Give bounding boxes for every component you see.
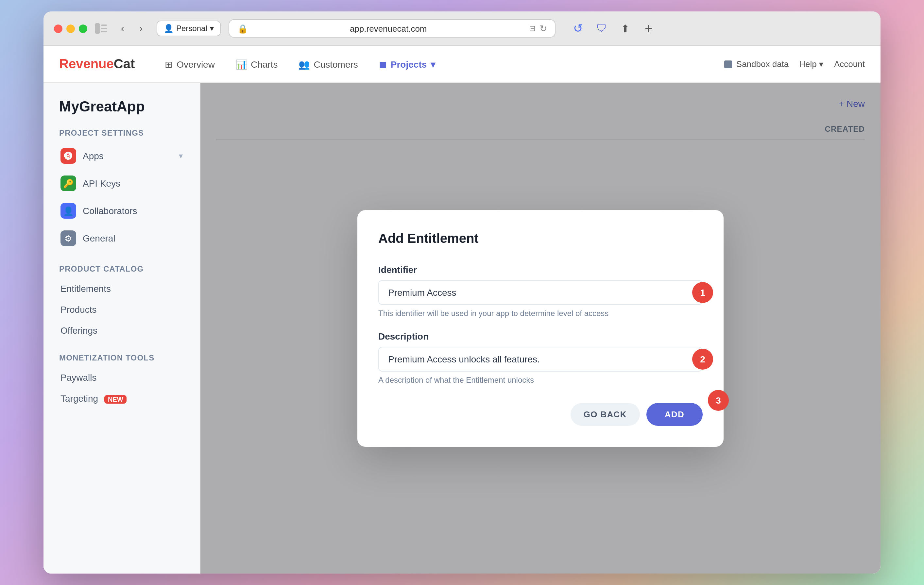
- profile-icon: 👤: [164, 24, 173, 33]
- svg-rect-1: [101, 25, 107, 26]
- nav-overview-label: Overview: [177, 59, 215, 69]
- revenueCat-extension[interactable]: ↺: [569, 19, 587, 38]
- main-layout: MyGreatApp Project settings 🅐 Apps ▾ 🔑 A…: [43, 83, 881, 573]
- nav-overview[interactable]: ⊞ Overview: [156, 54, 224, 74]
- nav-items: ⊞ Overview 📊 Charts 👥 Customers ◼ Projec…: [156, 54, 724, 74]
- maximize-button[interactable]: [79, 24, 87, 33]
- sidebar-item-entitlements[interactable]: Entitlements: [54, 279, 189, 298]
- shield-icon[interactable]: 🛡: [592, 19, 611, 38]
- description-label: Description: [378, 331, 703, 341]
- nav-arrows: ‹ ›: [115, 21, 149, 36]
- identifier-hint: This identifier will be used in your app…: [378, 308, 703, 318]
- nav-customers[interactable]: 👥 Customers: [289, 54, 367, 74]
- nav-projects-label: Projects: [391, 59, 427, 69]
- chevron-down-icon: ▾: [210, 24, 214, 33]
- forward-arrow[interactable]: ›: [133, 21, 149, 36]
- share-icon[interactable]: ⬆: [616, 19, 634, 38]
- description-input[interactable]: [378, 346, 703, 371]
- identifier-label: Identifier: [378, 264, 703, 275]
- browser-actions: ↺ 🛡 ⬆ +: [569, 19, 658, 38]
- app-content: RevenueCat ⊞ Overview 📊 Charts 👥 Custome…: [43, 46, 881, 573]
- address-bar[interactable]: 🔒 app.revenuecat.com ⊟ ↻: [229, 19, 556, 38]
- modal-footer: GO BACK ADD 3: [378, 403, 703, 425]
- sidebar-item-offerings[interactable]: Offerings: [54, 321, 189, 340]
- apps-label: Apps: [83, 151, 104, 161]
- back-arrow[interactable]: ‹: [115, 21, 130, 36]
- collaborators-label: Collaborators: [83, 206, 137, 216]
- identifier-input-wrapper: 1: [378, 280, 703, 305]
- general-label: General: [83, 233, 116, 244]
- help-button[interactable]: Help ▾: [799, 59, 823, 69]
- profile-button[interactable]: 👤 Personal ▾: [157, 21, 221, 36]
- sandbox-dot: [724, 60, 733, 68]
- go-back-button[interactable]: GO BACK: [571, 403, 640, 425]
- projects-chevron: ▾: [431, 59, 435, 69]
- sidebar-item-api-keys[interactable]: 🔑 API Keys: [54, 170, 189, 196]
- account-button[interactable]: Account: [834, 59, 865, 69]
- api-keys-icon: 🔑: [61, 176, 76, 191]
- sidebar-item-apps[interactable]: 🅐 Apps ▾: [54, 143, 189, 169]
- sidebar-item-collaborators[interactable]: 👤 Collaborators: [54, 198, 189, 224]
- add-button[interactable]: ADD: [647, 403, 703, 425]
- minimize-button[interactable]: [66, 24, 75, 33]
- nav-projects[interactable]: ◼ Projects ▾: [370, 54, 445, 74]
- description-group: Description 2 A description of what the …: [378, 331, 703, 384]
- browser-titlebar: ‹ › 👤 Personal ▾ 🔒 app.revenuecat.com ⊟ …: [43, 12, 881, 46]
- reload-icon[interactable]: ↻: [540, 23, 547, 34]
- monetization-section: Monetization tools: [54, 353, 189, 363]
- nav-customers-label: Customers: [314, 59, 358, 69]
- svg-rect-3: [101, 31, 107, 32]
- step-1-badge: 1: [692, 282, 713, 303]
- traffic-lights: [54, 24, 87, 33]
- sidebar-toggle[interactable]: [95, 23, 107, 34]
- sandbox-badge[interactable]: Sandbox data: [724, 59, 789, 69]
- identifier-input[interactable]: [378, 280, 703, 305]
- description-input-wrapper: 2: [378, 346, 703, 371]
- lock-icon: 🔒: [238, 23, 248, 33]
- collaborators-icon: 👤: [61, 203, 76, 219]
- sidebar-item-paywalls[interactable]: Paywalls: [54, 367, 189, 387]
- profile-label: Personal: [176, 24, 207, 33]
- new-tab-button[interactable]: +: [640, 19, 658, 38]
- project-settings-section: Project settings: [54, 129, 189, 138]
- logo-revenue: Revenue: [59, 56, 114, 71]
- add-entitlement-modal: Add Entitlement Identifier 1 This identi…: [357, 210, 724, 447]
- top-nav: RevenueCat ⊞ Overview 📊 Charts 👥 Custome…: [43, 46, 881, 83]
- nav-charts[interactable]: 📊 Charts: [226, 54, 287, 74]
- identifier-group: Identifier 1 This identifier will be use…: [378, 264, 703, 318]
- apps-icon: 🅐: [61, 148, 76, 164]
- sidebar-item-targeting[interactable]: Targeting NEW: [54, 389, 189, 408]
- page-title: MyGreatApp: [54, 98, 189, 115]
- description-hint: A description of what the Entitlement un…: [378, 375, 703, 384]
- projects-icon: ◼: [379, 59, 387, 69]
- api-keys-label: API Keys: [83, 178, 120, 189]
- main-content: + New Created Add Entitlement Identifier: [200, 83, 881, 573]
- targeting-new-badge: NEW: [105, 395, 127, 404]
- svg-rect-0: [95, 23, 100, 34]
- nav-right: Sandbox data Help ▾ Account: [724, 59, 865, 69]
- close-button[interactable]: [54, 24, 63, 33]
- apps-chevron-icon: ▾: [179, 151, 183, 160]
- charts-icon: 📊: [236, 59, 247, 69]
- sandbox-label: Sandbox data: [736, 59, 789, 69]
- overview-icon: ⊞: [165, 59, 173, 69]
- product-catalog-section: Product catalog: [54, 264, 189, 274]
- logo[interactable]: RevenueCat: [59, 56, 135, 72]
- general-icon: ⚙: [61, 231, 76, 246]
- svg-rect-2: [101, 28, 107, 29]
- modal-title: Add Entitlement: [378, 231, 703, 246]
- nav-charts-label: Charts: [251, 59, 277, 69]
- sidebar-item-products[interactable]: Products: [54, 300, 189, 319]
- logo-cat: Cat: [114, 56, 135, 71]
- url-text: app.revenuecat.com: [252, 23, 525, 33]
- modal-overlay: Add Entitlement Identifier 1 This identi…: [200, 83, 881, 573]
- sidebar: MyGreatApp Project settings 🅐 Apps ▾ 🔑 A…: [43, 83, 200, 573]
- step-2-badge: 2: [692, 348, 713, 369]
- step-3-badge: 3: [708, 390, 729, 410]
- sidebar-item-general[interactable]: ⚙ General: [54, 225, 189, 251]
- reader-icon: ⊟: [529, 24, 536, 33]
- customers-icon: 👥: [299, 59, 310, 69]
- browser-window: ‹ › 👤 Personal ▾ 🔒 app.revenuecat.com ⊟ …: [43, 12, 881, 573]
